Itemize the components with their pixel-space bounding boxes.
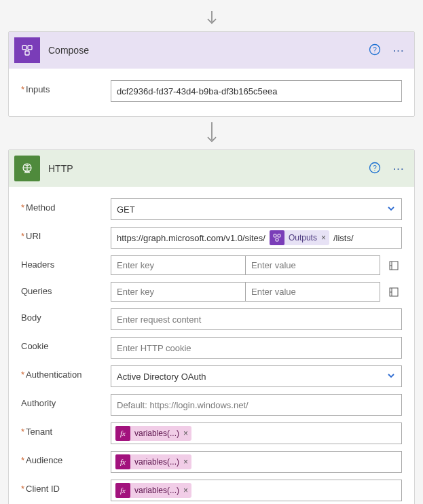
switch-to-text-mode-icon[interactable] — [386, 260, 402, 271]
fx-token-label: variables(...) — [134, 486, 179, 495]
svg-rect-0 — [22, 46, 26, 50]
svg-rect-6 — [24, 173, 30, 173]
tenant-field[interactable]: fx variables(...) × — [111, 422, 402, 444]
svg-rect-11 — [276, 238, 278, 241]
fx-token[interactable]: fx variables(...) × — [115, 454, 191, 469]
uri-text-prefix: https://graph.microsoft.com/v1.0/sites/ — [115, 233, 267, 243]
more-menu-icon[interactable]: ··· — [393, 46, 405, 56]
compose-action-card: Compose ? ··· Inputs dcf2936d-fd37-43d4-… — [8, 31, 415, 117]
http-action-card: HTTP ? ··· Method GET URI https://graph.… — [8, 149, 415, 504]
body-input[interactable]: Enter request content — [111, 308, 402, 330]
authentication-value: Active Directory OAuth — [117, 372, 206, 382]
method-value: GET — [117, 204, 135, 215]
connector-arrow-mid — [8, 122, 415, 145]
cookie-label: Cookie — [21, 337, 105, 351]
headers-value-input[interactable]: Enter value — [246, 256, 380, 274]
queries-key-input[interactable]: Enter key — [111, 283, 246, 301]
chevron-down-icon — [386, 204, 396, 215]
help-icon[interactable]: ? — [369, 162, 381, 176]
authority-label: Authority — [21, 394, 105, 408]
fx-icon: fx — [115, 454, 130, 469]
fx-icon: fx — [115, 426, 130, 441]
compose-icon — [14, 37, 40, 63]
compose-title: Compose — [48, 45, 361, 56]
http-title: HTTP — [48, 163, 361, 174]
method-label: Method — [21, 198, 105, 213]
body-label: Body — [21, 308, 105, 323]
http-body: Method GET URI https://graph.microsoft.c… — [9, 187, 414, 504]
compose-header[interactable]: Compose ? ··· — [9, 32, 414, 69]
inputs-label: Inputs — [21, 80, 105, 94]
switch-to-text-mode-icon[interactable] — [386, 287, 402, 298]
headers-label: Headers — [21, 255, 105, 270]
more-menu-icon[interactable]: ··· — [393, 164, 405, 174]
fx-token[interactable]: fx variables(...) × — [115, 426, 191, 441]
authority-input[interactable]: Default: https://login.windows.net/ — [111, 394, 402, 416]
audience-label: Audience — [21, 451, 105, 465]
headers-kv-row: Enter key Enter value — [111, 255, 380, 275]
token-remove-icon[interactable]: × — [321, 233, 326, 242]
fx-token[interactable]: fx variables(...) × — [115, 483, 191, 498]
svg-rect-9 — [274, 234, 276, 237]
authentication-label: Authentication — [21, 365, 105, 380]
compose-inputs-field[interactable]: dcf2936d-fd37-43d4-b9ba-df3b165c5eea — [111, 80, 402, 102]
compose-body: Inputs dcf2936d-fd37-43d4-b9ba-df3b165c5… — [9, 69, 414, 116]
help-icon[interactable]: ? — [369, 43, 381, 58]
audience-field[interactable]: fx variables(...) × — [111, 451, 402, 473]
outputs-token[interactable]: Outputs × — [270, 230, 329, 245]
uri-field[interactable]: https://graph.microsoft.com/v1.0/sites/ … — [111, 227, 402, 249]
cookie-input[interactable]: Enter HTTP cookie — [111, 337, 402, 359]
queries-label: Queries — [21, 282, 105, 296]
authority-placeholder: Default: https://login.windows.net/ — [117, 400, 249, 410]
queries-kv-row: Enter key Enter value — [111, 282, 380, 302]
http-header[interactable]: HTTP ? ··· — [9, 150, 414, 187]
body-placeholder: Enter request content — [117, 314, 201, 325]
headers-key-input[interactable]: Enter key — [111, 256, 246, 274]
svg-text:?: ? — [373, 46, 377, 53]
client-id-label: Client ID — [21, 480, 105, 494]
compose-inputs-value: dcf2936d-fd37-43d4-b9ba-df3b165c5eea — [117, 86, 277, 96]
fx-icon: fx — [115, 483, 130, 498]
client-id-field[interactable]: fx variables(...) × — [111, 480, 402, 501]
tenant-label: Tenant — [21, 422, 105, 437]
queries-value-input[interactable]: Enter value — [246, 283, 380, 301]
uri-text-suffix: /lists/ — [332, 233, 355, 243]
svg-rect-1 — [28, 46, 32, 50]
uri-label: URI — [21, 227, 105, 241]
fx-token-label: variables(...) — [134, 429, 179, 438]
compose-token-icon — [270, 230, 284, 245]
svg-rect-2 — [25, 51, 29, 55]
connector-arrow-top — [8, 11, 415, 27]
outputs-token-label: Outputs — [289, 233, 317, 242]
authentication-select[interactable]: Active Directory OAuth — [111, 365, 402, 387]
svg-rect-10 — [278, 234, 280, 237]
cookie-placeholder: Enter HTTP cookie — [117, 343, 191, 353]
http-icon — [14, 156, 40, 181]
chevron-down-icon — [386, 371, 396, 382]
method-select[interactable]: GET — [111, 198, 402, 220]
fx-token-label: variables(...) — [134, 457, 179, 467]
token-remove-icon[interactable]: × — [183, 429, 188, 438]
token-remove-icon[interactable]: × — [183, 486, 188, 495]
token-remove-icon[interactable]: × — [183, 457, 188, 467]
svg-text:?: ? — [373, 164, 377, 171]
